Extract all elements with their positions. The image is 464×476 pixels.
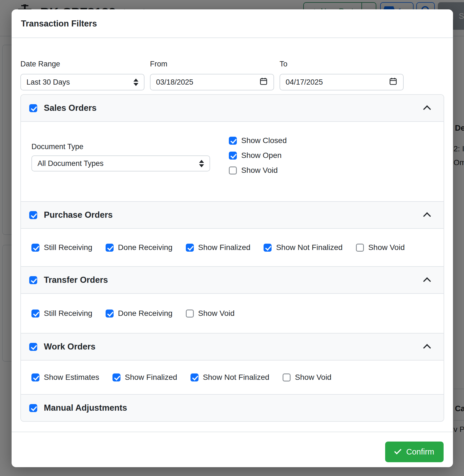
checkbox-box[interactable] [106,310,114,318]
manual-adjustments-title: Manual Adjustments [44,402,127,414]
confirm-button[interactable]: Confirm [385,442,444,462]
checkbox-box[interactable] [31,373,39,381]
from-date-value: 03/18/2025 [156,78,193,87]
select-arrows-icon [133,79,138,86]
purchase-orders-title: Purchase Orders [44,209,113,221]
transfer-orders-checkbox[interactable] [29,276,37,284]
date-range-group: Date Range Last 30 Days [20,60,144,90]
calendar-icon[interactable] [259,77,268,88]
checkbox-box[interactable] [229,137,237,145]
checkbox-label: Show Void [198,309,235,318]
sales-orders-body: Document Type All Document Types Show Cl… [21,122,444,202]
checkbox-done-receiving[interactable]: Done Receiving [106,243,173,252]
filter-sections-accordion: Sales Orders Document Type All Document … [20,94,444,422]
checkbox-show-closed[interactable]: Show Closed [229,136,287,145]
checkbox-box[interactable] [191,373,199,381]
calendar-icon[interactable] [389,77,398,88]
checkbox-show-estimates[interactable]: Show Estimates [31,373,99,382]
select-arrows-icon [199,160,204,167]
checkbox-box[interactable] [229,152,237,160]
checkbox-label: Show Open [241,151,281,160]
sales-orders-title: Sales Orders [44,102,96,114]
checkbox-label: Still Receiving [44,243,92,252]
checkbox-label: Still Receiving [44,309,92,318]
checkbox-label: Show Void [295,373,331,382]
document-type-group: Document Type All Document Types [31,130,210,175]
checkbox-still-receiving[interactable]: Still Receiving [31,243,92,252]
section-header-work-orders[interactable]: Work Orders [21,334,444,361]
checkbox-label: Show Closed [241,136,287,145]
from-label: From [150,60,274,68]
confirm-label: Confirm [406,447,434,456]
modal-footer: Confirm [12,432,453,472]
document-type-value: All Document Types [37,159,104,168]
chevron-up-icon[interactable] [423,211,431,219]
checkbox-label: Show Estimates [44,373,99,382]
checkbox-label: Done Receiving [118,309,173,318]
checkbox-label: Show Finalized [125,373,177,382]
section-header-purchase-orders[interactable]: Purchase Orders [21,202,444,229]
checkbox-label: Show Finalized [198,243,251,252]
checkbox-show-not-finalized[interactable]: Show Not Finalized [264,243,342,252]
checkbox-box[interactable] [31,310,39,318]
document-type-select[interactable]: All Document Types [31,155,210,171]
checkbox-show-finalized[interactable]: Show Finalized [112,373,177,382]
checkbox-show-void[interactable]: Show Void [356,243,405,252]
chevron-up-icon[interactable] [423,276,431,284]
transaction-filters-modal: Transaction Filters Date Range Last 30 D… [12,9,453,467]
checkbox-label: Show Void [241,166,278,175]
checkbox-show-void[interactable]: Show Void [186,309,235,318]
chevron-up-icon[interactable] [423,343,431,351]
checkbox-done-receiving[interactable]: Done Receiving [106,309,173,318]
purchase-orders-body: Still Receiving Done Receiving Show Fina… [21,229,444,267]
modal-body: Date Range Last 30 Days From 03/18/2025 [12,38,453,432]
checkbox-box[interactable] [106,244,114,252]
section-header-sales-orders[interactable]: Sales Orders [21,95,444,122]
checkbox-label: Show Not Finalized [276,243,342,252]
checkbox-label: Done Receiving [118,243,173,252]
checkbox-label: Show Not Finalized [203,373,269,382]
work-orders-title: Work Orders [44,341,95,353]
sales-orders-options: Show Closed Show Open Show Void [229,136,287,175]
checkbox-box[interactable] [356,244,364,252]
checkbox-box[interactable] [264,244,272,252]
transfer-orders-title: Transfer Orders [44,274,108,286]
to-date-input[interactable]: 04/17/2025 [280,74,404,90]
purchase-orders-checkbox[interactable] [29,211,37,219]
checkbox-show-void[interactable]: Show Void [283,373,331,382]
checkbox-box[interactable] [186,310,194,318]
checkbox-box[interactable] [31,244,39,252]
checkbox-show-not-finalized[interactable]: Show Not Finalized [191,373,269,382]
to-date-value: 04/17/2025 [286,78,323,87]
checkbox-box[interactable] [229,166,237,174]
sales-orders-checkbox[interactable] [29,104,37,112]
manual-adjustments-checkbox[interactable] [29,404,37,412]
date-range-label: Date Range [20,60,144,68]
date-range-value: Last 30 Days [26,78,70,87]
work-orders-body: Show Estimates Show Finalized Show Not F… [21,361,444,395]
checkbox-box[interactable] [186,244,194,252]
checkbox-box[interactable] [283,373,291,381]
to-date-group: To 04/17/2025 [280,60,404,90]
checkbox-box[interactable] [112,373,120,381]
document-type-label: Document Type [31,142,210,151]
checkbox-label: Show Void [368,243,405,252]
checkbox-show-open[interactable]: Show Open [229,151,287,160]
transfer-orders-body: Still Receiving Done Receiving Show Void [21,294,444,334]
section-header-transfer-orders[interactable]: Transfer Orders [21,267,444,294]
checkbox-show-void[interactable]: Show Void [229,166,287,175]
date-range-select[interactable]: Last 30 Days [20,74,144,90]
modal-title: Transaction Filters [21,18,444,30]
from-date-input[interactable]: 03/18/2025 [150,74,274,90]
chevron-up-icon[interactable] [423,104,431,112]
section-header-manual-adjustments[interactable]: Manual Adjustments [21,395,444,421]
from-date-group: From 03/18/2025 [150,60,274,90]
date-filter-row: Date Range Last 30 Days From 03/18/2025 [20,60,444,90]
check-icon [394,447,401,454]
to-label: To [280,60,404,68]
checkbox-still-receiving[interactable]: Still Receiving [31,309,92,318]
work-orders-checkbox[interactable] [29,343,37,351]
modal-header: Transaction Filters [12,9,453,38]
checkbox-show-finalized[interactable]: Show Finalized [186,243,251,252]
